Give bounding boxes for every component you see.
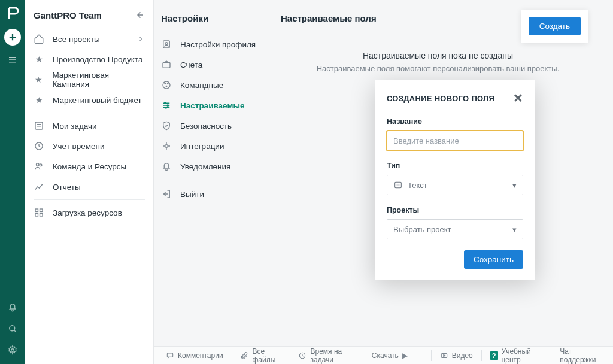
help-icon: ? [490, 351, 498, 360]
play-store-icon: ▶ [402, 351, 411, 360]
clock-icon [34, 141, 44, 151]
settings-logout[interactable]: Выйти [161, 184, 272, 204]
apple-icon [414, 351, 423, 360]
people-icon [34, 161, 44, 172]
settings-label: Выйти [180, 190, 204, 199]
nav-project-item[interactable]: ★Маркетинговая Кампания [25, 69, 153, 90]
name-input[interactable] [393, 136, 517, 145]
attachment-icon [240, 351, 248, 360]
list-icon [34, 120, 44, 131]
svg-point-5 [40, 164, 42, 166]
svg-point-13 [163, 81, 170, 89]
svg-rect-7 [40, 209, 43, 212]
nav-label: Мои задачи [53, 122, 97, 131]
nav-workload[interactable]: Загрузка ресурсов [25, 202, 153, 223]
empty-state-subtitle: Настраиваемые поля помогают персонализир… [281, 64, 595, 73]
star-icon: ★ [34, 74, 44, 85]
settings-label: Счета [180, 60, 202, 69]
svg-point-14 [165, 83, 166, 84]
svg-point-17 [165, 102, 166, 104]
divider [551, 350, 551, 361]
nav-time-tracking[interactable]: Учет времени [25, 136, 153, 156]
divider [481, 350, 482, 361]
name-input-wrapper [387, 131, 523, 151]
settings-notifications[interactable]: Уведомления [161, 156, 272, 177]
collapse-nav-icon[interactable] [134, 10, 145, 20]
settings-integrations[interactable]: Интеграции [161, 136, 272, 156]
type-select[interactable]: Текст ▾ [387, 175, 523, 195]
settings-profile[interactable]: Настройки профиля [161, 34, 272, 54]
modal-title: СОЗДАНИЕ НОВОГО ПОЛЯ [387, 94, 494, 103]
settings-custom-fields[interactable]: Настраиваемые [161, 95, 272, 116]
notifications-icon[interactable] [7, 302, 18, 313]
settings-billing[interactable]: Счета [161, 54, 272, 75]
save-button[interactable]: Сохранить [464, 250, 523, 269]
create-button[interactable]: Создать [529, 17, 581, 35]
settings-team[interactable]: Командные [161, 75, 272, 95]
text-type-icon [393, 180, 403, 190]
footer-label: Комментарии [178, 351, 223, 360]
nav-label: Отчеты [53, 183, 81, 192]
add-project-button[interactable] [4, 29, 21, 46]
settings-label: Интеграции [180, 142, 224, 151]
logout-icon [161, 189, 172, 199]
divider [290, 350, 290, 361]
footer-label: Скачать [372, 351, 399, 360]
settings-label: Командные [180, 81, 223, 90]
chevron-right-icon [136, 35, 145, 43]
footer-label: Все файлы [252, 347, 281, 364]
footer-label: Время на задачи [310, 347, 354, 364]
svg-rect-9 [40, 214, 43, 217]
projects-select[interactable]: Выбрать проект ▾ [387, 219, 523, 239]
nav-project-item[interactable]: ★Маркетинговый бюджет [25, 90, 153, 110]
footer-files[interactable]: Все файлы [235, 347, 286, 364]
settings-label: Настройки профиля [180, 40, 256, 49]
divider [34, 113, 145, 113]
svg-point-1 [11, 349, 14, 352]
shield-icon [161, 120, 172, 131]
team-name: GanttPRO Team [34, 10, 102, 20]
nav-label: Маркетинговый бюджет [53, 96, 142, 105]
user-icon [161, 39, 172, 50]
settings-label: Безопасность [180, 122, 232, 131]
svg-rect-2 [35, 122, 43, 129]
svg-point-0 [10, 326, 15, 331]
svg-point-15 [168, 83, 169, 84]
footer-chat[interactable]: Чат поддержки [555, 347, 606, 364]
divider [34, 199, 145, 200]
svg-rect-12 [163, 62, 170, 68]
close-icon[interactable]: ✕ [513, 92, 523, 104]
create-button-wrapper: Создать [521, 10, 588, 43]
type-label: Тип [387, 162, 523, 170]
nav-project-item[interactable]: ★Производство Продукта [25, 49, 153, 69]
nav-all-projects[interactable]: Все проекты [25, 29, 153, 49]
nav-label: Маркетинговая Кампания [52, 71, 145, 89]
nav-team-resources[interactable]: Команда и Ресурсы [25, 156, 153, 177]
svg-point-16 [166, 86, 167, 87]
svg-rect-6 [35, 209, 38, 212]
footer-download[interactable]: Скачать▶ [367, 347, 427, 364]
search-icon[interactable] [7, 323, 18, 334]
nav-reports[interactable]: Отчеты [25, 177, 153, 197]
gear-icon[interactable] [7, 345, 18, 356]
footer-label: Видео [452, 351, 473, 360]
nav-label: Команда и Ресурсы [53, 162, 126, 171]
footer-time[interactable]: Время на задачи [293, 347, 359, 364]
nav-label: Производство Продукта [53, 55, 142, 64]
empty-state-title: Настраиваемые поля пока не созданы [281, 51, 595, 60]
nav-my-tasks[interactable]: Мои задачи [25, 116, 153, 136]
svg-point-11 [165, 43, 168, 45]
menu-toggle-button[interactable] [5, 53, 20, 67]
star-icon: ★ [34, 95, 44, 105]
integration-icon [161, 141, 172, 151]
nav-label: Учет времени [53, 142, 105, 151]
svg-point-19 [165, 107, 166, 108]
settings-label: Уведомления [180, 162, 230, 171]
footer-comments[interactable]: Комментарии [161, 347, 228, 364]
footer-video[interactable]: Видео [435, 347, 478, 364]
video-icon [440, 351, 448, 360]
create-field-modal: СОЗДАНИЕ НОВОГО ПОЛЯ ✕ Название Тип Текс… [375, 80, 535, 280]
settings-security[interactable]: Безопасность [161, 116, 272, 136]
footer-learning[interactable]: ?Учебный центр [485, 347, 548, 364]
grid-icon [34, 207, 44, 218]
